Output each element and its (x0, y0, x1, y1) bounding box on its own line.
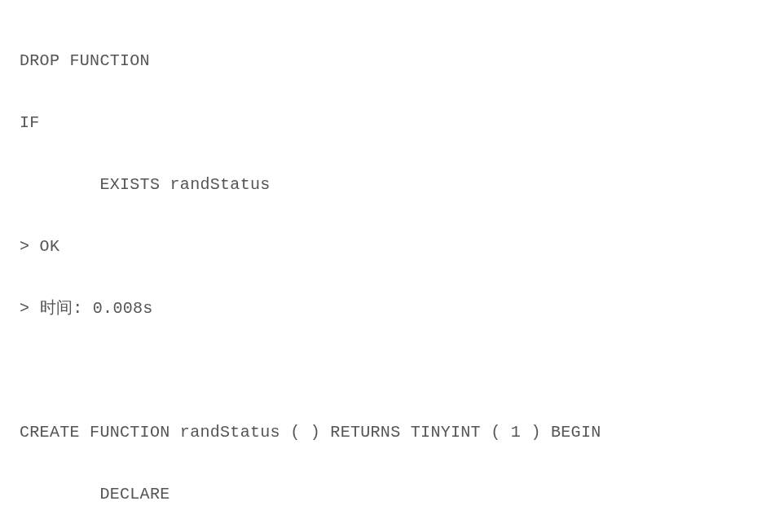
code-line: EXISTS randStatus (20, 169, 755, 200)
sql-output: DROP FUNCTION IF EXISTS randStatus > OK … (20, 15, 755, 532)
result-status: > OK (20, 231, 755, 262)
code-line: CREATE FUNCTION randStatus ( ) RETURNS T… (20, 417, 755, 448)
result-time: > 时间: 0.008s (20, 293, 755, 324)
code-line: IF (20, 108, 755, 138)
code-line: DECLARE (20, 479, 755, 510)
code-line: DROP FUNCTION (20, 46, 755, 77)
